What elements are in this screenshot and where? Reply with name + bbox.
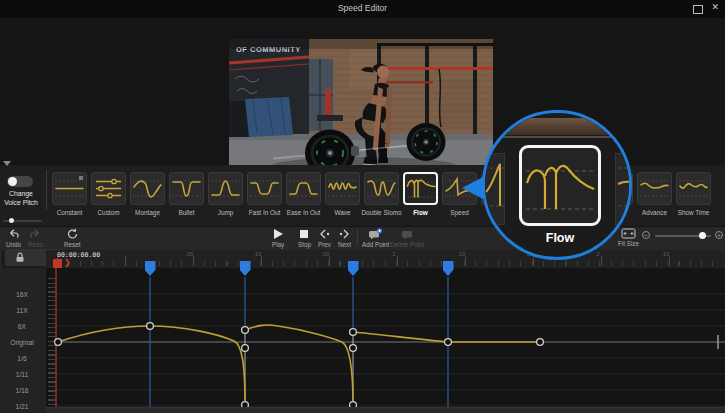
preset-tile-custom[interactable]: Custom xyxy=(91,172,126,205)
stop-button[interactable]: Stop xyxy=(298,228,311,248)
window-title: Speed Editor xyxy=(0,3,725,13)
ruler-label: 10 xyxy=(459,251,466,257)
magnified-divider xyxy=(485,136,632,138)
add-point-button[interactable]: Add Point xyxy=(362,228,389,248)
playhead-chevron-icon: ❯ xyxy=(64,258,71,267)
voice-pitch-toggle[interactable] xyxy=(7,176,33,187)
scale-label-1-16: 1/16 xyxy=(0,387,44,394)
preset-tile-jump[interactable]: Jump xyxy=(208,172,243,205)
delete-point-button[interactable]: Delete Point xyxy=(390,228,424,248)
ruler-label: 2 xyxy=(596,251,599,257)
next-button[interactable]: Next xyxy=(338,228,351,248)
preset-label-montage: Montage xyxy=(135,209,160,216)
scale-label-6x: 6X xyxy=(0,323,44,330)
curve-keyframe-point[interactable] xyxy=(242,327,249,334)
play-label: Play xyxy=(272,241,284,248)
curve-keyframe-point[interactable] xyxy=(242,345,249,352)
prev-button[interactable]: Prev xyxy=(318,228,331,248)
preset-label-wave: Wave xyxy=(334,209,350,216)
ruler-major-ticks xyxy=(57,256,717,266)
add-point-icon xyxy=(368,228,383,240)
toggle-knob xyxy=(8,177,17,186)
preset-tile-advance[interactable]: Advance xyxy=(637,172,672,205)
magnified-flow-curve xyxy=(522,148,598,223)
preset-tile-double-slomo[interactable]: Double Slomo xyxy=(364,172,399,205)
divider xyxy=(46,170,47,210)
lock-icon[interactable] xyxy=(15,252,25,263)
next-label: Next xyxy=(338,241,351,248)
preset-label-show-time: Show Time xyxy=(678,209,710,216)
scale-label-1-11: 1/11 xyxy=(0,371,44,378)
preset-label-jump: Jump xyxy=(218,209,234,216)
left-mini-slider-knob[interactable] xyxy=(9,218,14,223)
magnifier-callout: Flow xyxy=(482,110,632,260)
preset-tile-constant[interactable]: Constant xyxy=(52,172,87,205)
playhead-marker[interactable] xyxy=(53,259,62,268)
preset-tile-montage[interactable]: Montage xyxy=(130,172,165,205)
magnifier-pointer-icon xyxy=(462,177,483,199)
toolbar-separator xyxy=(357,229,358,245)
undo-label: Undo xyxy=(6,241,21,248)
ruler-label: 1 xyxy=(392,251,395,257)
voice-panel-label-1: Change xyxy=(0,190,42,197)
reset-icon xyxy=(66,228,79,240)
scale-label-1-21: 1/21 xyxy=(0,403,44,410)
maximize-icon[interactable] xyxy=(693,5,703,14)
preset-label-ease-in-out: Ease In Out xyxy=(287,209,321,216)
curve-keyframe-point[interactable] xyxy=(445,339,452,346)
curve-keyframe-point[interactable] xyxy=(537,339,544,346)
preset-tile-wave[interactable]: Wave xyxy=(325,172,360,205)
title-bar: Speed Editor ✕ xyxy=(0,0,725,18)
horizontal-scrollbar[interactable] xyxy=(46,407,725,413)
prev-label: Prev xyxy=(318,241,331,248)
preset-tile-ease-in-out[interactable]: Ease In Out xyxy=(286,172,321,205)
reset-button[interactable]: Reset xyxy=(64,228,80,248)
preset-label-advance: Advance xyxy=(642,209,667,216)
scale-label-original: Original xyxy=(0,339,44,346)
ruler-label: 05 xyxy=(187,251,194,257)
undo-button[interactable]: Undo xyxy=(6,228,21,248)
zoom-out-icon[interactable]: − xyxy=(642,231,650,239)
scale-label-16x: 16X xyxy=(0,291,44,298)
curve-keyframe-point[interactable] xyxy=(350,345,357,352)
scale-label-1-6: 1/6 xyxy=(0,355,44,362)
stop-label: Stop xyxy=(298,241,311,248)
zoom-in-icon[interactable]: + xyxy=(715,231,723,239)
redo-icon xyxy=(29,228,42,240)
stop-icon xyxy=(298,228,310,240)
preset-label-flow: Flow xyxy=(413,209,428,216)
redo-label: Redo xyxy=(28,241,43,248)
preset-label-custom: Custom xyxy=(97,209,119,216)
video-preview: OF COMMUNITY xyxy=(229,39,493,177)
delete-point-icon xyxy=(400,228,415,240)
preset-tile-flow[interactable]: Flow xyxy=(403,172,438,205)
speed-scale-column: 16X11X6XOriginal1/61/111/161/21 xyxy=(0,268,46,413)
close-icon[interactable]: ✕ xyxy=(711,2,719,12)
play-button[interactable]: Play xyxy=(272,228,284,248)
zoom-slider-knob[interactable] xyxy=(699,232,706,239)
fit-size-button[interactable]: Fit Size xyxy=(618,228,639,247)
prev-icon xyxy=(318,228,331,240)
preset-label-bullet: Bullet xyxy=(179,209,195,216)
voice-panel-label-2: Voice Pitch xyxy=(0,199,42,206)
curve-keyframe-point[interactable] xyxy=(55,339,62,346)
preset-label-speed: Speed xyxy=(450,209,468,216)
play-icon xyxy=(272,228,284,240)
redo-button[interactable]: Redo xyxy=(28,228,43,248)
preset-tile-fast-in-out[interactable]: Fast In Out xyxy=(247,172,282,205)
speed-editor-window: Speed Editor ✕ OF COMMUNITY xyxy=(0,0,725,413)
curve-keyframe-point[interactable] xyxy=(147,323,154,330)
preset-label-double-slomo: Double Slomo xyxy=(361,209,401,216)
next-icon xyxy=(338,228,351,240)
preset-tile-show-time[interactable]: Show Time xyxy=(676,172,711,205)
preset-label-fast-in-out: Fast In Out xyxy=(249,209,281,216)
undo-icon xyxy=(7,228,20,240)
collapse-arrow-icon[interactable] xyxy=(3,161,11,166)
speed-curve-plot[interactable] xyxy=(46,268,725,413)
ruler-label: 10 xyxy=(663,251,670,257)
add-point-label: Add Point xyxy=(362,241,389,248)
preset-tile-bullet[interactable]: Bullet xyxy=(169,172,204,205)
curve-keyframe-point[interactable] xyxy=(350,329,357,336)
magnified-flow-tile xyxy=(519,145,601,226)
scale-label-11x: 11X xyxy=(0,307,44,314)
